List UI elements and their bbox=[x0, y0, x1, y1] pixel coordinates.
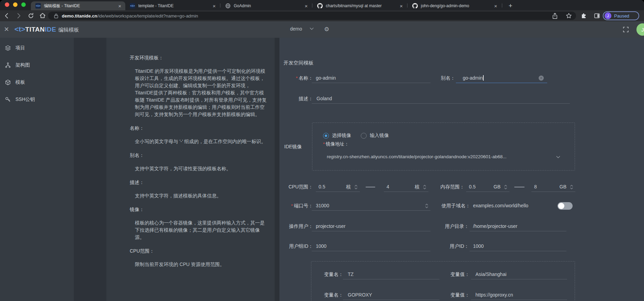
close-window-button[interactable] bbox=[5, 2, 9, 7]
image-address-value[interactable]: registry.cn-shenzhen.aliyuncs.com/titani… bbox=[327, 154, 507, 159]
alias-input[interactable]: go-admin bbox=[456, 73, 547, 83]
forward-icon[interactable] bbox=[15, 12, 22, 19]
memory-max-input[interactable]: 8 GB bbox=[531, 182, 575, 192]
env-value-input[interactable]: https://goproxy.cn bbox=[471, 290, 567, 300]
tab-close-icon[interactable]: × bbox=[211, 3, 217, 9]
maximize-window-button[interactable] bbox=[21, 2, 26, 7]
env-name-input[interactable]: GOPROXY bbox=[343, 290, 439, 300]
template-form: 开发空间模板 *名称： go-admin 别名： go-admin × 描述： bbox=[279, 38, 644, 301]
user-dir-input[interactable]: /home/projector-user bbox=[470, 221, 566, 231]
extensions-puzzle-icon[interactable] bbox=[581, 13, 587, 19]
url-host: demo.titanide.cn bbox=[62, 13, 97, 19]
app-body: 项目 架构图 模板 SSH公钥 bbox=[0, 38, 644, 301]
sidebar-item-label: 模板 bbox=[15, 79, 25, 85]
name-label: *名称： bbox=[273, 75, 313, 81]
memory-unit: GB bbox=[560, 184, 566, 189]
subdomain-toggle[interactable] bbox=[557, 202, 573, 210]
tab-separator bbox=[220, 3, 220, 8]
env-value-value: https://goproxy.cn bbox=[475, 292, 513, 298]
sidebar-item-templates[interactable]: 模板 bbox=[0, 78, 74, 86]
stepper-icon[interactable] bbox=[570, 184, 573, 190]
help-paragraph: 支持中英文字符，为可读性更强的模板名称。 bbox=[130, 165, 268, 172]
toggle-knob bbox=[558, 203, 564, 209]
env-name-value: GOPROXY bbox=[348, 292, 372, 298]
name-input[interactable]: go-admin bbox=[312, 73, 430, 83]
cpu-min-value: 0.5 bbox=[319, 184, 325, 189]
group-id-input[interactable]: 1000 bbox=[312, 241, 430, 251]
stepper-icon[interactable] bbox=[423, 184, 426, 190]
tab-title: john-deng/go-admin-demo bbox=[421, 3, 491, 8]
user-id-input[interactable]: 1000 bbox=[470, 241, 566, 251]
port-input[interactable]: 31000 bbox=[312, 201, 430, 211]
chevron-down-icon[interactable] bbox=[556, 156, 560, 159]
cpu-max-value: 4 bbox=[387, 184, 389, 189]
logo-ide: IDE bbox=[45, 26, 56, 33]
stepper-icon[interactable] bbox=[425, 203, 428, 209]
operate-user-input[interactable]: projector-user bbox=[312, 221, 430, 231]
stepper-icon[interactable] bbox=[504, 184, 507, 190]
app-header: × <t> TITAN IDE 编辑模板 demo ⚙ J bbox=[0, 21, 644, 38]
page-title: 编辑模板 bbox=[58, 27, 79, 33]
tab-close-icon[interactable]: × bbox=[117, 3, 123, 9]
radio-select-image-label: 选择镜像 bbox=[332, 132, 351, 139]
cpu-min-input[interactable]: 0.5 核 bbox=[316, 182, 360, 192]
sidebar-item-architecture[interactable]: 架构图 bbox=[0, 61, 74, 69]
profile-button[interactable]: J Paused bbox=[603, 11, 639, 20]
tab-close-icon[interactable]: × bbox=[303, 3, 309, 9]
tab-github-demo[interactable]: john-deng/go-admin-demo × bbox=[408, 1, 501, 10]
range-dash bbox=[366, 187, 375, 187]
fullscreen-icon[interactable] bbox=[622, 26, 629, 33]
radio-input-image-label: 输入镜像 bbox=[370, 132, 389, 139]
sidebar-item-ssh-keys[interactable]: SSH公钥 bbox=[0, 95, 74, 104]
stepper-icon[interactable] bbox=[354, 184, 358, 190]
bookmark-star-icon[interactable] bbox=[566, 13, 572, 19]
memory-max-value: 8 bbox=[534, 184, 537, 189]
clear-icon[interactable]: × bbox=[539, 76, 544, 81]
back-icon[interactable] bbox=[3, 12, 10, 19]
env-value-input[interactable]: Asia/Shanghai bbox=[471, 269, 567, 279]
group-id-label: 用户组ID： bbox=[273, 243, 313, 250]
close-editor-icon[interactable]: × bbox=[4, 24, 9, 34]
minimize-window-button[interactable] bbox=[13, 2, 18, 7]
env-name-input[interactable]: TZ bbox=[343, 269, 439, 279]
share-icon[interactable] bbox=[552, 13, 558, 19]
workspace-selector[interactable]: demo bbox=[290, 26, 314, 32]
help-heading: 开发环境模板： bbox=[130, 55, 268, 61]
address-bar[interactable]: demo.titanide.cn/ide/web/workspace/templ… bbox=[48, 12, 576, 20]
radio-input-image[interactable] bbox=[361, 133, 367, 139]
sidebar-item-projects[interactable]: 项目 bbox=[0, 44, 74, 52]
memory-min-input[interactable]: 0.5 GB bbox=[466, 182, 509, 192]
description-value: Goland bbox=[317, 96, 332, 101]
window-controls[interactable] bbox=[5, 2, 26, 7]
help-heading: 名称： bbox=[130, 125, 268, 131]
new-tab-button[interactable]: + bbox=[506, 1, 515, 10]
alias-label: 别名： bbox=[430, 75, 455, 81]
radio-select-image[interactable] bbox=[323, 133, 329, 139]
tab-close-icon[interactable]: × bbox=[493, 3, 498, 9]
help-panel: 开发环境模板： TitanIDE 的开发环境模板是为用户提供一个可定制化的环境模… bbox=[106, 38, 275, 301]
chevron-down-icon bbox=[310, 27, 314, 30]
reload-icon[interactable] bbox=[27, 12, 34, 19]
screen: <t> 编辑模板 - TitanIDE × <t> template - Tit… bbox=[0, 0, 644, 301]
tab-template[interactable]: <t> template - TitanIDE × bbox=[125, 1, 220, 10]
env-value-label: 变量值： bbox=[428, 271, 470, 278]
user-dir-value: /home/projector-user bbox=[473, 223, 517, 229]
form-row-name-alias: *名称： go-admin 别名： go-admin × bbox=[279, 73, 582, 83]
cpu-max-input[interactable]: 4 核 bbox=[384, 182, 428, 192]
logo-bracket: <t> bbox=[14, 25, 25, 33]
name-value: go-admin bbox=[316, 75, 336, 81]
profile-status: Paused bbox=[614, 13, 629, 19]
description-input[interactable]: Goland bbox=[312, 94, 570, 104]
image-address-select-row: registry.cn-shenzhen.aliyuncs.com/titani… bbox=[279, 152, 582, 162]
profile-avatar: J bbox=[605, 12, 611, 19]
home-icon[interactable] bbox=[39, 12, 46, 19]
layers-icon bbox=[5, 45, 11, 51]
side-panel-icon[interactable] bbox=[594, 13, 600, 19]
tab-github-charts[interactable]: charts/bitnami/mysql at master × bbox=[313, 1, 407, 10]
tab-close-icon[interactable]: × bbox=[399, 3, 404, 9]
user-avatar[interactable]: J bbox=[636, 23, 644, 36]
tab-edit-template[interactable]: <t> 编辑模板 - TitanIDE × bbox=[31, 1, 125, 10]
settings-gear-icon[interactable]: ⚙ bbox=[324, 26, 329, 33]
env-name-label: 变量名： bbox=[302, 292, 343, 298]
tab-goadmin[interactable]: GoAdmin × bbox=[221, 1, 312, 10]
